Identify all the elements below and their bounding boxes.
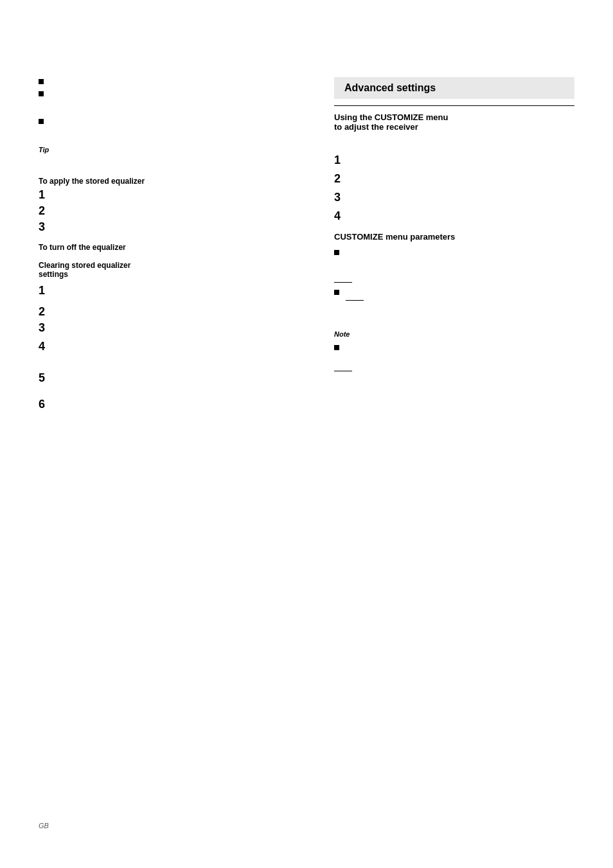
right-step-3: 3 [334,191,574,204]
advanced-settings-title: Advanced settings [344,82,436,93]
to-turn-off-text: To turn off the equalizer [39,243,126,252]
clear-step-5-number: 5 [39,371,58,385]
customize-menu-header: CUSTOMIZE menu parameters [334,232,574,242]
clearing-line1: Clearing stored equalizer [39,261,130,270]
clear-step-6-number: 6 [39,398,58,411]
clearing-header: Clearing stored equalizer settings [39,261,308,279]
apply-step-3: 3 [39,220,308,234]
note-bullet [334,343,574,350]
gb-footer: GB [39,822,49,829]
bullet-square-icon [334,290,339,295]
clear-step-4-number: 4 [39,340,58,353]
bullet-square-icon [334,345,339,350]
right-step-1: 1 [334,154,574,167]
clear-step-3-number: 3 [39,321,58,335]
clear-step-1: 1 [39,284,308,297]
tip-label: Tip [39,146,308,154]
right-step-4-number: 4 [334,209,353,223]
apply-step-3-number: 3 [39,220,58,234]
advanced-settings-header-box: Advanced settings [334,77,574,99]
clear-step-2: 2 [39,305,308,319]
apply-step-2-number: 2 [39,204,58,218]
right-step-3-number: 3 [334,191,353,204]
clear-step-3: 3 [39,321,308,335]
right-step-2-number: 2 [334,172,353,186]
left-bullet-2 [39,89,308,96]
short-dash-1 [334,282,352,283]
divider [334,105,574,106]
subtitle-line2: to adjust the receiver [334,122,418,132]
to-apply-header: To apply the stored equalizer [39,177,308,186]
apply-step-2: 2 [39,204,308,218]
right-column: Advanced settings Using the CUSTOMIZE me… [334,77,574,416]
clear-step-1-number: 1 [39,284,58,297]
left-bullet-3 [39,117,308,124]
clearing-line2: settings [39,270,68,279]
note-label: Note [334,330,574,338]
to-turn-off-header: To turn off the equalizer [39,243,308,252]
clear-step-4: 4 [39,340,308,353]
left-column: Tip To apply the stored equalizer 1 2 3 … [39,77,308,416]
short-dash-3 [334,371,352,371]
right-bullet-1 [334,248,574,255]
subtitle-line1: Using the CUSTOMIZE menu [334,112,448,122]
bullet-square-icon [39,119,44,124]
clear-step-5: 5 [39,371,308,385]
bullet-square-icon [39,79,44,84]
right-bullet-2 [334,288,574,295]
apply-step-1: 1 [39,188,308,202]
section-subtitle: Using the CUSTOMIZE menu to adjust the r… [334,112,574,132]
bullet-square-icon [334,250,339,255]
apply-step-1-number: 1 [39,188,58,202]
bullet-square-icon [39,91,44,96]
clear-step-2-number: 2 [39,305,58,319]
right-step-2: 2 [334,172,574,186]
to-apply-header-text: To apply the stored equalizer [39,177,145,186]
right-step-1-number: 1 [334,154,353,167]
clear-step-6: 6 [39,398,308,411]
left-bullet-1 [39,77,308,84]
short-dash-2 [346,300,364,301]
right-step-4: 4 [334,209,574,223]
